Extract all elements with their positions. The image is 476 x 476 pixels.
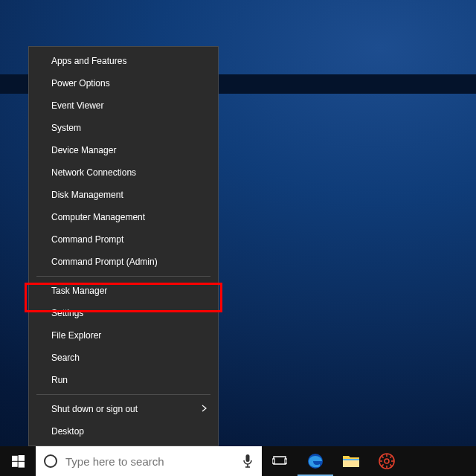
svg-rect-0	[12, 455, 18, 460]
svg-rect-8	[274, 457, 286, 464]
winx-item-label: Apps and Features	[51, 56, 126, 66]
cortana-icon	[36, 454, 65, 469]
winx-item-disk-management[interactable]: Disk Management	[29, 184, 218, 206]
winx-item-shut-down-or-sign-out[interactable]: Shut down or sign out	[29, 398, 218, 420]
svg-line-21	[390, 464, 391, 466]
winx-item-label: Desktop	[51, 426, 84, 437]
winx-item-device-manager[interactable]: Device Manager	[29, 139, 218, 161]
winx-item-label: Command Prompt (Admin)	[51, 257, 158, 267]
svg-rect-3	[18, 461, 24, 467]
svg-line-22	[390, 457, 391, 458]
winx-item-computer-management[interactable]: Computer Management	[29, 206, 218, 228]
microphone-icon[interactable]	[234, 454, 262, 469]
task-view-button[interactable]	[262, 446, 298, 476]
svg-line-23	[382, 464, 384, 466]
file-explorer-icon	[342, 454, 360, 469]
winx-item-system[interactable]: System	[29, 117, 218, 139]
winx-separator	[36, 276, 210, 277]
svg-point-15	[385, 459, 389, 463]
taskbar	[0, 446, 476, 476]
svg-rect-5	[246, 454, 250, 462]
winx-separator	[36, 394, 210, 395]
search-box[interactable]	[36, 446, 262, 476]
svg-rect-13	[343, 459, 359, 460]
winx-item-label: Shut down or sign out	[51, 404, 138, 414]
winx-item-settings[interactable]: Settings	[29, 302, 218, 324]
search-input[interactable]	[65, 446, 234, 476]
start-button[interactable]	[0, 446, 36, 476]
gear-badge-icon	[379, 453, 395, 469]
winx-item-label: Command Prompt	[51, 234, 123, 245]
taskbar-app-file-explorer[interactable]	[333, 446, 369, 476]
svg-rect-2	[12, 461, 18, 466]
taskbar-app-generic[interactable]	[369, 446, 405, 476]
windows-icon	[12, 455, 25, 468]
svg-point-4	[45, 455, 57, 467]
winx-item-event-viewer[interactable]: Event Viewer	[29, 94, 218, 117]
winx-item-label: Task Manager	[51, 286, 107, 296]
winx-item-label: Run	[51, 375, 68, 385]
winx-item-task-manager[interactable]: Task Manager	[29, 280, 218, 302]
winx-menu: Apps and Features Power Options Event Vi…	[28, 46, 219, 446]
winx-item-command-prompt-admin[interactable]: Command Prompt (Admin)	[29, 251, 218, 273]
winx-item-label: Computer Management	[51, 212, 145, 222]
svg-rect-1	[18, 455, 24, 461]
winx-item-label: Disk Management	[51, 190, 123, 200]
winx-item-network-connections[interactable]: Network Connections	[29, 161, 218, 184]
winx-item-desktop[interactable]: Desktop	[29, 420, 218, 443]
task-view-icon	[272, 455, 287, 467]
winx-item-label: Device Manager	[51, 145, 116, 155]
winx-item-apps-and-features[interactable]: Apps and Features	[29, 50, 218, 72]
winx-item-label: Search	[51, 353, 80, 363]
svg-line-20	[382, 457, 384, 458]
winx-item-label: System	[51, 123, 81, 133]
taskbar-pinned-apps	[262, 446, 405, 476]
winx-item-file-explorer[interactable]: File Explorer	[29, 324, 218, 347]
winx-item-command-prompt[interactable]: Command Prompt	[29, 228, 218, 251]
winx-item-run[interactable]: Run	[29, 369, 218, 391]
edge-icon	[306, 452, 324, 470]
winx-item-label: Settings	[51, 308, 83, 318]
chevron-right-icon	[202, 404, 208, 414]
svg-rect-10	[285, 459, 287, 463]
winx-item-label: File Explorer	[51, 330, 101, 341]
taskbar-app-edge[interactable]	[298, 446, 333, 476]
winx-item-label: Event Viewer	[51, 100, 103, 111]
winx-item-label: Network Connections	[51, 167, 136, 178]
winx-item-power-options[interactable]: Power Options	[29, 72, 218, 94]
winx-item-search[interactable]: Search	[29, 347, 218, 369]
winx-item-label: Power Options	[51, 78, 110, 89]
svg-rect-9	[272, 459, 274, 463]
